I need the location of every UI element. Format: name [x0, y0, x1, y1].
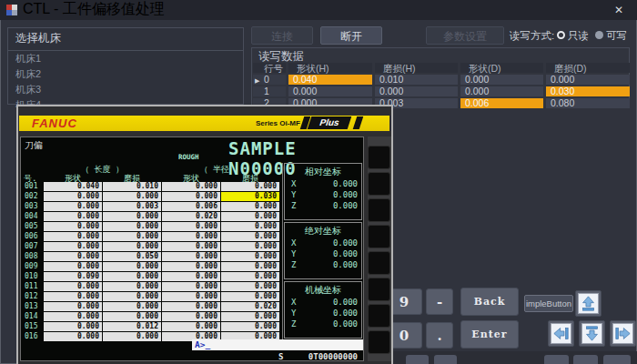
arrow-left-button[interactable]	[548, 320, 574, 347]
offset-cell[interactable]: 0.040	[44, 182, 102, 191]
offset-cell[interactable]: 0.090	[44, 272, 102, 281]
key-dot[interactable]: .	[426, 322, 453, 349]
offset-cell[interactable]: 0.000	[162, 182, 220, 191]
machine-list-item[interactable]: 机床1	[8, 51, 243, 66]
offset-cell[interactable]: 0.000	[103, 232, 161, 241]
offset-cell[interactable]: 0.000	[103, 192, 161, 201]
offset-cell[interactable]: 0.000	[103, 312, 161, 321]
settings-button[interactable]: 参数设置	[426, 26, 504, 45]
offset-cell[interactable]: 0.000	[103, 292, 161, 301]
offset-cell[interactable]: 0.000	[162, 302, 220, 311]
offset-cell[interactable]: 0.000	[103, 222, 161, 231]
fanuc-softkey[interactable]	[368, 225, 390, 248]
offset-cell[interactable]: 0.030	[221, 192, 279, 201]
offset-cell[interactable]: 0.000	[221, 242, 279, 251]
rw-cell[interactable]: 0.006	[460, 98, 543, 108]
key-minus[interactable]: -	[426, 288, 453, 315]
offset-cell[interactable]: 0.000	[44, 192, 102, 201]
offset-cell[interactable]: 0.000	[221, 202, 279, 211]
offset-cell[interactable]: 0.050	[103, 252, 161, 261]
offset-cell[interactable]: 0.012	[103, 322, 161, 331]
rw-cell[interactable]: 0.080	[546, 98, 630, 108]
rw-row-header[interactable]: 0▶	[253, 75, 286, 85]
arrow-down-button[interactable]	[579, 320, 605, 347]
offset-cell[interactable]: 0.000	[103, 332, 161, 341]
offset-cell[interactable]: 0.000	[103, 272, 161, 281]
mdi-input-line[interactable]: A>_	[192, 339, 363, 350]
rw-cell[interactable]: 0.030	[546, 86, 630, 96]
fanuc-softkey[interactable]	[368, 146, 390, 169]
rw-cell[interactable]: 0.000	[460, 86, 543, 96]
offset-cell[interactable]: 0.000	[44, 302, 102, 311]
offset-cell[interactable]: 0.000	[162, 252, 220, 261]
back-button[interactable]: Back	[460, 288, 519, 316]
offset-cell[interactable]: 0.000	[103, 282, 161, 291]
fanuc-softkey[interactable]	[368, 304, 390, 328]
offset-cell[interactable]: 0.003	[103, 202, 161, 211]
offset-cell[interactable]: 0.000	[44, 262, 102, 271]
writable-radio-label[interactable]: 可写	[606, 29, 627, 43]
offset-cell[interactable]: 0.000	[103, 262, 161, 271]
rw-cell[interactable]: 0.010	[375, 75, 458, 85]
offset-cell[interactable]: 0.000	[44, 322, 102, 331]
offset-cell[interactable]: 0.000	[162, 232, 220, 241]
connect-button[interactable]: 连接	[251, 26, 313, 45]
offset-cell[interactable]: 0.000	[44, 222, 102, 231]
offset-cell[interactable]: 0.000	[221, 252, 279, 261]
offset-cell[interactable]: 0.000	[221, 292, 279, 301]
offset-cell[interactable]: 0.000	[103, 302, 161, 311]
offset-cell[interactable]: 0.000	[44, 212, 102, 221]
close-icon[interactable]: ✕	[608, 2, 630, 18]
offset-cell[interactable]: 0.000	[44, 202, 102, 211]
offset-cell[interactable]: 0.000	[162, 292, 220, 301]
offset-cell[interactable]: 0.000	[44, 232, 102, 241]
offset-cell[interactable]: 0.000	[162, 312, 220, 321]
rw-cell[interactable]: 0.000	[460, 75, 543, 85]
fanuc-softkey[interactable]	[368, 198, 390, 222]
offset-cell[interactable]: 0.000	[221, 232, 279, 241]
offset-cell[interactable]: 0.000	[221, 322, 279, 331]
machine-list-item[interactable]: 机床3	[8, 82, 243, 97]
writable-radio[interactable]	[595, 31, 603, 39]
offset-cell[interactable]: 0.000	[221, 272, 279, 281]
offset-cell[interactable]: 0.000	[162, 192, 220, 201]
offset-cell[interactable]: 0.000	[44, 282, 102, 291]
disconnect-button[interactable]: 断开	[320, 26, 382, 45]
readonly-radio-label[interactable]: 只读	[568, 29, 589, 43]
offset-cell[interactable]: 0.000	[162, 282, 220, 291]
offset-cell[interactable]: 0.000	[44, 332, 102, 341]
rw-cell[interactable]: 0.000	[288, 86, 372, 96]
offset-cell[interactable]: 0.000	[162, 242, 220, 251]
offset-cell[interactable]: 0.000	[221, 262, 279, 271]
offset-cell[interactable]: 0.020	[162, 212, 220, 221]
offset-cell[interactable]: 0.000	[44, 292, 102, 301]
offset-cell[interactable]: 0.000	[162, 322, 220, 331]
enter-button[interactable]: Enter	[460, 320, 519, 349]
readonly-radio[interactable]	[557, 31, 565, 39]
fanuc-softkey[interactable]	[368, 172, 390, 196]
offset-cell[interactable]: 0.000	[221, 222, 279, 231]
offset-cell[interactable]: 0.000	[162, 222, 220, 231]
offset-cell[interactable]: 0.000	[221, 212, 279, 221]
fanuc-softkey[interactable]	[368, 278, 390, 301]
rw-row-header[interactable]: 1	[253, 86, 286, 96]
offset-cell[interactable]: 0.000	[221, 312, 279, 321]
offset-cell[interactable]: 0.000	[103, 212, 161, 221]
offset-cell[interactable]: 0.020	[221, 302, 279, 311]
rw-cell[interactable]: 0.000	[546, 75, 630, 85]
fanuc-softkey[interactable]	[368, 330, 390, 354]
arrow-up-button[interactable]	[575, 290, 602, 317]
offset-cell[interactable]: 0.000	[44, 312, 102, 321]
offset-cell[interactable]: 0.000	[103, 242, 161, 251]
offset-cell[interactable]: 0.000	[221, 282, 279, 291]
offset-cell[interactable]: 0.000	[44, 242, 102, 251]
offset-cell[interactable]: 0.000	[162, 262, 220, 271]
offset-cell[interactable]: 0.000	[44, 252, 102, 261]
simple-button[interactable]: impleButton	[524, 295, 573, 312]
arrow-right-button[interactable]	[610, 320, 636, 347]
rw-cell[interactable]: 0.040	[288, 75, 372, 85]
machine-list-item[interactable]: 机床2	[8, 66, 243, 82]
fanuc-softkey[interactable]	[368, 251, 390, 275]
offset-cell[interactable]: 0.010	[103, 182, 161, 191]
rw-cell[interactable]: 0.000	[375, 86, 458, 96]
